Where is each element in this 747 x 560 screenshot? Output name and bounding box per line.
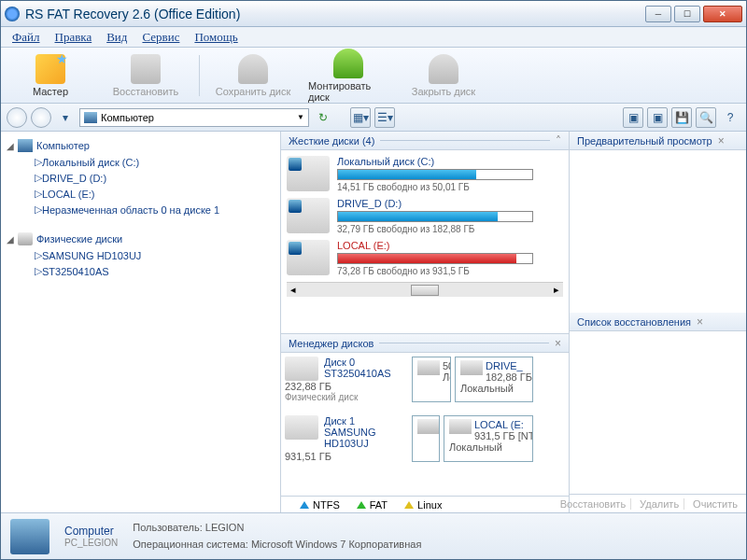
disk-row[interactable]: Диск 1 SAMSUNG HD103UJ 931,51 ГБ 7, LOCA… <box>285 415 565 462</box>
delete-link[interactable]: Удалить <box>635 498 684 510</box>
triangle-icon <box>300 501 309 509</box>
partition[interactable]: 7, <box>412 415 440 462</box>
collapse-icon[interactable]: ◢ <box>7 234 18 245</box>
close-disk-label: Закрыть диск <box>412 86 475 97</box>
restore-button[interactable]: Восстановить <box>104 52 188 99</box>
partition[interactable]: 50,0Лок <box>412 357 451 402</box>
minimize-button[interactable]: ─ <box>645 6 671 22</box>
drive-name: Локальный диск (C:) <box>337 156 563 167</box>
status-pcname: PC_LEGION <box>64 538 118 548</box>
tree-drive-d[interactable]: ▷DRIVE_D (D:) <box>7 170 275 186</box>
tree-unallocated[interactable]: ▷Неразмеченная область 0 на диске 1 <box>7 202 275 217</box>
nav-dropdown-icon[interactable]: ▾ <box>55 107 76 128</box>
tree-physical[interactable]: ◢ Физические диски <box>7 231 275 247</box>
partition[interactable]: DRIVE_182,88 ГБ [Локальный <box>455 357 533 402</box>
app-icon <box>5 7 20 21</box>
computer-icon <box>10 519 49 554</box>
menu-view[interactable]: Вид <box>99 28 134 47</box>
restore-icon <box>131 54 161 84</box>
restore-link[interactable]: Восстановить <box>556 498 631 510</box>
disk-icon <box>285 415 318 440</box>
mount-disk-icon <box>333 49 363 78</box>
expand-icon[interactable]: ▷ <box>35 188 42 200</box>
usage-bar <box>337 253 533 264</box>
save-disk-button[interactable]: Сохранить диск <box>211 52 295 99</box>
search-icon[interactable]: 🔍 <box>696 107 716 128</box>
horizontal-scrollbar[interactable]: ◂▸ <box>287 282 563 297</box>
expand-icon[interactable]: ▷ <box>35 172 42 184</box>
fs-legend: NTFS FAT Linux <box>281 496 569 512</box>
drives-list: Локальный диск (C:) 14,51 ГБ свободно из… <box>281 150 569 333</box>
close-icon[interactable]: × <box>697 315 703 329</box>
mount-disk-button[interactable]: Монтировать диск <box>306 47 390 105</box>
hdd-icon <box>18 232 33 245</box>
clear-link[interactable]: Очистить <box>688 498 742 510</box>
menu-help[interactable]: Помощь <box>187 28 245 47</box>
hdd-panel-header: Жесткие диски (4) ˄ <box>281 132 569 150</box>
close-button[interactable]: ✕ <box>703 6 742 22</box>
save-button[interactable]: 💾 <box>671 107 692 128</box>
expand-icon[interactable]: ▷ <box>35 156 42 168</box>
disk-row[interactable]: Диск 0 ST3250410AS 232,88 ГБ Физический … <box>285 357 565 402</box>
diskmgr-header: Менеджер дисков × <box>281 334 569 353</box>
tree-drive-e[interactable]: ▷LOCAL (E:) <box>7 186 275 202</box>
close-icon[interactable]: × <box>718 134 725 147</box>
window-controls: ─ ☐ ✕ <box>645 6 742 22</box>
view-mode-button[interactable]: ▦▾ <box>350 107 371 128</box>
address-bar[interactable]: Компьютер ▼ <box>79 108 309 127</box>
icon-btn-1[interactable]: ▣ <box>623 107 643 128</box>
wizard-icon <box>35 54 65 84</box>
icon-btn-2[interactable]: ▣ <box>647 107 668 128</box>
refresh-button[interactable]: ↻ <box>313 107 333 128</box>
part-icon <box>449 419 472 434</box>
help-icon[interactable]: ? <box>720 107 740 128</box>
tree-phy-1[interactable]: ▷SAMSUNG HD103UJ <box>7 247 275 263</box>
computer-icon <box>84 112 97 123</box>
disk-icon <box>285 357 318 381</box>
right-pane: Предварительный просмотр × Список восста… <box>569 132 746 512</box>
menu-file[interactable]: Файл <box>5 28 48 47</box>
nav-forward-button[interactable] <box>31 107 51 128</box>
close-disk-button[interactable]: Закрыть диск <box>402 52 486 99</box>
titlebar: RS FAT Recovery 2.6 (Office Edition) ─ ☐… <box>1 1 746 27</box>
mount-disk-label: Монтировать диск <box>308 80 388 103</box>
tree-physical-label: Физические диски <box>36 233 122 245</box>
wizard-button[interactable]: Мастер <box>8 52 92 99</box>
tree-drive-e-label: LOCAL (E:) <box>42 189 94 200</box>
disk-size: 931,51 ГБ <box>285 451 406 462</box>
status-bar: Computer PC_LEGION Пользователь: LEGION … <box>1 512 746 559</box>
address-toolbar: ▾ Компьютер ▼ ↻ ▦▾ ☰▾ ▣ ▣ 💾 🔍 ? <box>1 104 746 132</box>
maximize-button[interactable]: ☐ <box>674 6 700 22</box>
disk-type: Физический диск <box>285 392 406 402</box>
chevron-up-icon[interactable]: ˄ <box>556 134 561 147</box>
expand-icon[interactable]: ▷ <box>35 203 42 216</box>
close-icon[interactable]: × <box>555 337 561 350</box>
drive-row[interactable]: LOCAL (E:) 73,28 ГБ свободно из 931,5 ГБ <box>287 240 563 276</box>
menu-service[interactable]: Сервис <box>134 28 187 47</box>
tree-phy-2[interactable]: ▷ST3250410AS <box>7 263 275 279</box>
partition[interactable]: LOCAL (E:931,5 ГБ [NTFЛокальный <box>444 415 533 462</box>
nav-back-button[interactable] <box>7 107 27 128</box>
tree-drive-d-label: DRIVE_D (D:) <box>42 173 106 184</box>
drive-free: 32,79 ГБ свободно из 182,88 ГБ <box>337 224 563 234</box>
group-button[interactable]: ☰▾ <box>374 107 395 128</box>
close-disk-icon <box>429 54 458 84</box>
save-disk-icon <box>238 54 268 84</box>
tree-computer[interactable]: ◢ Компьютер <box>7 137 275 154</box>
expand-icon[interactable]: ▷ <box>35 265 42 277</box>
expand-icon[interactable]: ▷ <box>35 249 42 261</box>
part-icon <box>417 419 440 434</box>
center-pane: Жесткие диски (4) ˄ Локальный диск (C:) … <box>281 132 569 512</box>
address-dropdown-icon[interactable]: ▼ <box>297 113 304 121</box>
disk-list: Диск 0 ST3250410AS 232,88 ГБ Физический … <box>281 353 569 496</box>
recovery-title: Список восстановления <box>577 316 691 328</box>
drive-free: 14,51 ГБ свободно из 50,01 ГБ <box>337 182 563 192</box>
legend-linux: Linux <box>404 499 442 511</box>
tree-drive-c[interactable]: ▷Локальный диск (C:) <box>7 154 275 170</box>
drive-row[interactable]: DRIVE_D (D:) 32,79 ГБ свободно из 182,88… <box>287 198 563 234</box>
diskmgr-title: Менеджер дисков <box>289 338 374 349</box>
address-text: Компьютер <box>101 112 154 123</box>
collapse-icon[interactable]: ◢ <box>7 141 18 151</box>
drive-row[interactable]: Локальный диск (C:) 14,51 ГБ свободно из… <box>287 156 563 192</box>
menu-edit[interactable]: Правка <box>48 28 100 47</box>
